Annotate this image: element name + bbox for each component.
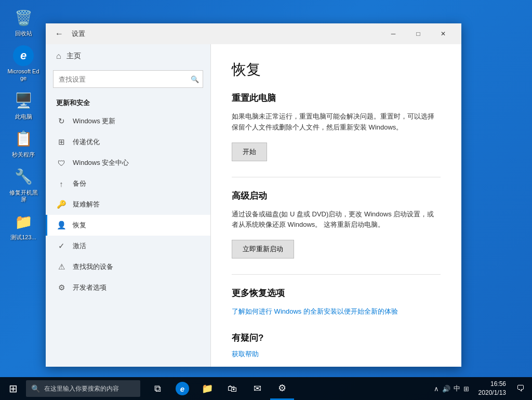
fix-icon: 🔧	[13, 166, 34, 187]
start-icon: ⊞	[9, 382, 18, 395]
taskbar-store-button[interactable]: 🛍	[220, 377, 244, 400]
taskbar-center: ⧉ e 📁 🛍 ✉ ⚙	[145, 377, 294, 400]
taskbar-store-icon: 🛍	[228, 383, 237, 394]
taskbar-search[interactable]: 🔍 在这里输入你要搜索的内容	[26, 380, 140, 397]
help-title: 有疑问?	[232, 332, 441, 344]
taskbar: ⊞ 🔍 在这里输入你要搜索的内容 ⧉ e 📁 🛍 ✉ ⚙	[0, 377, 532, 400]
restart-now-button[interactable]: 立即重新启动	[232, 240, 294, 259]
computer-icon: 🖥️	[13, 91, 34, 111]
search-icon: 🔍	[191, 75, 199, 83]
desktop-icon-fix[interactable]: 🔧 修复开机黑屏	[5, 164, 42, 205]
security-icon: 🛡	[56, 158, 66, 168]
notification-center-button[interactable]: 🗨	[512, 377, 529, 400]
activation-icon: ✓	[56, 241, 66, 251]
folder-icon: 📁	[13, 211, 34, 232]
developer-icon: ⚙	[56, 282, 66, 293]
settings-window: ← 设置 ─ □ ✕ ⌂ 主页 🔍	[46, 23, 461, 367]
more-options-title: 更多恢复选项	[232, 287, 441, 299]
fix-label: 修复开机黑屏	[7, 189, 39, 203]
task-view-button[interactable]: ⧉	[145, 377, 169, 400]
desktop-icon-computer[interactable]: 🖥️ 此电脑	[5, 88, 42, 122]
home-label: 主页	[66, 51, 81, 61]
sidebar-item-security[interactable]: 🛡 Windows 安全中心	[46, 152, 210, 173]
sidebar-search: 🔍	[53, 70, 203, 88]
backup-label: 备份	[73, 179, 86, 188]
chevron-up-icon[interactable]: ∧	[434, 385, 439, 393]
recycle-bin-label: 回收站	[15, 30, 32, 37]
minimize-button[interactable]: ─	[381, 25, 405, 42]
start-button[interactable]: ⊞	[0, 377, 26, 400]
back-button[interactable]: ←	[52, 27, 66, 41]
sidebar-home[interactable]: ⌂ 主页	[46, 44, 210, 68]
speaker-icon[interactable]: 🔊	[442, 385, 450, 393]
maximize-button[interactable]: □	[406, 25, 430, 42]
taskbar-search-placeholder: 在这里输入你要搜索的内容	[44, 384, 119, 393]
desktop-icon-apps[interactable]: 📋 秒关程序	[5, 126, 42, 160]
window-controls: ─ □ ✕	[381, 25, 455, 42]
window-title: 设置	[72, 29, 381, 38]
start-reset-button[interactable]: 开始	[232, 143, 267, 161]
section-divider-1	[232, 177, 441, 177]
clock-time: 16:56	[478, 380, 506, 389]
desktop-icon-edge[interactable]: e Microsoft Edge	[5, 43, 42, 84]
help-section: 有疑问? 获取帮助	[232, 332, 441, 359]
folder-label: 测试123...	[10, 234, 36, 241]
ime-indicator[interactable]: 中	[454, 384, 460, 393]
taskbar-mail-button[interactable]: ✉	[245, 377, 269, 400]
home-icon: ⌂	[56, 51, 61, 61]
sidebar-item-find-device[interactable]: ⚠ 查找我的设备	[46, 256, 210, 277]
section-divider-2	[232, 274, 441, 275]
sidebar-item-recovery[interactable]: 👤 恢复	[46, 215, 210, 236]
fresh-install-link[interactable]: 了解如何进行 Windows 的全新安装以便开始全新的体验	[232, 307, 398, 315]
desktop: 🗑️ 回收站 e Microsoft Edge 🖥️ 此电脑 📋 秒关程序 🔧 …	[0, 0, 532, 400]
reset-pc-title: 重置此电脑	[232, 92, 441, 104]
activation-label: 激活	[73, 241, 86, 251]
sidebar-item-activation[interactable]: ✓ 激活	[46, 236, 210, 256]
delivery-opt-label: 传递优化	[73, 137, 100, 147]
computer-label: 此电脑	[15, 113, 32, 120]
show-desktop-icon[interactable]: ⊞	[463, 385, 469, 393]
edge-icon: e	[13, 45, 34, 66]
backup-icon: ↑	[56, 178, 66, 189]
get-help-link[interactable]: 获取帮助	[232, 350, 259, 358]
recycle-bin-icon: 🗑️	[13, 7, 34, 28]
taskbar-settings-button[interactable]: ⚙	[270, 377, 294, 400]
apps-icon: 📋	[13, 128, 34, 149]
sidebar-item-windows-update[interactable]: ↻ Windows 更新	[46, 111, 210, 132]
search-input[interactable]	[53, 70, 203, 88]
sidebar: ⌂ 主页 🔍 更新和安全 ↻ Windows 更新 ⊞ 传递优化	[46, 44, 211, 367]
page-title: 恢复	[232, 60, 441, 80]
reset-pc-desc: 如果电脑未正常运行，重置电脑可能会解决问题。重置时，可以选择保留个人文件或删除个…	[232, 111, 441, 133]
clock-date: 2020/1/13	[478, 389, 506, 397]
recovery-icon: 👤	[56, 220, 66, 230]
desktop-icon-recycle-bin[interactable]: 🗑️ 回收站	[5, 5, 42, 39]
troubleshoot-icon: 🔑	[56, 199, 66, 210]
sidebar-item-delivery-opt[interactable]: ⊞ 传递优化	[46, 132, 210, 152]
edge-label: Microsoft Edge	[7, 68, 39, 82]
recovery-label: 恢复	[73, 221, 86, 230]
system-tray-icons: ∧ 🔊 中 ⊞	[431, 384, 472, 393]
security-label: Windows 安全中心	[73, 158, 129, 167]
taskbar-explorer-button[interactable]: 📁	[195, 377, 219, 400]
close-button[interactable]: ✕	[431, 25, 455, 42]
sidebar-item-developer[interactable]: ⚙ 开发者选项	[46, 277, 210, 298]
advanced-startup-title: 高级启动	[232, 190, 441, 202]
taskbar-edge-icon: e	[176, 382, 189, 395]
taskbar-explorer-icon: 📁	[202, 383, 213, 394]
delivery-opt-icon: ⊞	[56, 137, 66, 147]
desktop-icon-folder[interactable]: 📁 测试123...	[5, 209, 42, 243]
windows-update-label: Windows 更新	[73, 117, 115, 126]
find-device-icon: ⚠	[56, 262, 66, 272]
taskbar-edge-button[interactable]: e	[170, 377, 194, 400]
sidebar-section-header: 更新和安全	[46, 93, 210, 111]
taskbar-clock[interactable]: 16:56 2020/1/13	[474, 380, 510, 397]
title-bar: ← 设置 ─ □ ✕	[46, 23, 461, 44]
taskbar-search-icon: 🔍	[31, 384, 40, 393]
apps-label: 秒关程序	[12, 151, 35, 158]
task-view-icon: ⧉	[154, 383, 161, 394]
sidebar-item-backup[interactable]: ↑ 备份	[46, 173, 210, 194]
sidebar-item-troubleshoot[interactable]: 🔑 疑难解答	[46, 194, 210, 215]
troubleshoot-label: 疑难解答	[73, 200, 100, 209]
find-device-label: 查找我的设备	[73, 262, 113, 272]
windows-update-icon: ↻	[56, 116, 66, 126]
